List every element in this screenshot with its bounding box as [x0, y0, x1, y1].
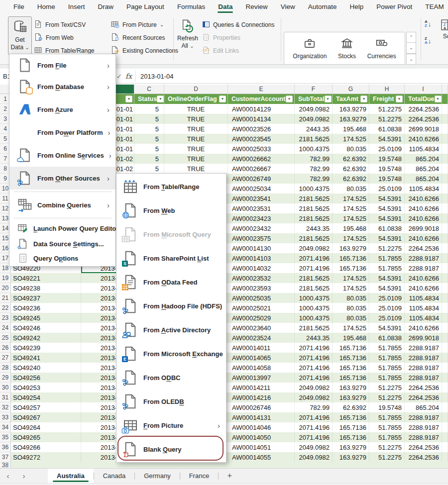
ribbon-tab[interactable]: Insert [62, 0, 92, 13]
cell-totaldue[interactable]: 2264.2536 [405, 392, 442, 402]
from-web-button[interactable]: From Web [34, 32, 74, 44]
cell-subtotal[interactable]: 2049.0982 [295, 452, 333, 462]
submenu-item-from-web[interactable]: From Web [116, 198, 226, 222]
cell-totaldue[interactable]: 2410.6266 [405, 273, 442, 283]
cell-subtotal[interactable]: 2071.4196 [295, 343, 333, 353]
insert-function-icon[interactable]: fx [125, 69, 132, 84]
table-header-onlineorderflag[interactable]: OnlineOrderFlag▼ [164, 94, 228, 104]
submenu-item-from-oledb[interactable]: From OLEDB [116, 389, 226, 413]
cell-online-order-flag[interactable]: TRUE [164, 124, 228, 134]
cell-taxamt[interactable]: 174.525 [333, 233, 369, 243]
cell-customer-account[interactable]: AW00014046 [228, 422, 295, 432]
cell-taxamt[interactable]: 165.7136 [333, 353, 369, 363]
submenu-item-from-microsoft-exchange[interactable]: From Microsoft Exchange [116, 342, 226, 366]
cell-totaldue[interactable]: 2288.9187 [405, 363, 442, 373]
cell-j[interactable] [442, 303, 448, 313]
cell-subtotal[interactable]: 2049.0982 [295, 392, 333, 402]
ribbon-tab[interactable]: Page Layout [120, 0, 171, 13]
cell-status[interactable]: 5 [134, 154, 164, 164]
cell-j[interactable] [442, 412, 448, 422]
cell-subtotal[interactable]: 782.99 [295, 402, 333, 412]
cell-j[interactable] [442, 422, 448, 432]
cell-customer-account[interactable]: AW00023575 [228, 233, 295, 243]
cell-status[interactable]: 5 [134, 104, 164, 114]
cell-subtotal[interactable]: 1000.4375 [295, 144, 333, 154]
cell-totaldue[interactable]: 1105.4834 [405, 184, 442, 194]
cell-j[interactable] [442, 273, 448, 283]
cell-j[interactable] [442, 323, 448, 333]
cell-customer-account[interactable]: AW00025033 [228, 144, 295, 154]
table-header-taxamt[interactable]: TaxAmt▼ [333, 94, 369, 104]
cell-customer-account[interactable]: AW00023524 [228, 333, 295, 343]
cell-order-number[interactable]: SO49265 [11, 432, 81, 442]
cell-j[interactable] [442, 373, 448, 383]
cell-freight[interactable]: 51.7855 [369, 263, 405, 273]
cell-freight[interactable]: 54.5391 [369, 323, 405, 333]
cell-j[interactable] [442, 154, 448, 164]
cell-taxamt[interactable]: 163.9279 [333, 442, 369, 452]
cell-freight[interactable]: 25.0109 [369, 293, 405, 303]
cell-taxamt[interactable]: 174.525 [333, 194, 369, 203]
cell-totaldue[interactable]: 2288.9187 [405, 263, 442, 273]
cell-j[interactable] [442, 343, 448, 353]
cell-taxamt[interactable]: 174.525 [333, 283, 369, 293]
menu-item-from-online-services[interactable]: From Online Services › [9, 144, 115, 167]
row-header[interactable]: 19 [0, 273, 11, 283]
sheet-tab-germany[interactable]: Germany [135, 469, 179, 483]
cell-freight[interactable]: 61.0838 [369, 223, 405, 233]
cell-freight[interactable]: 51.7855 [369, 253, 405, 263]
cell-customer-account[interactable]: AW00023423 [228, 213, 295, 223]
cell-subtotal[interactable]: 2181.5625 [295, 323, 333, 333]
cell-customer-account[interactable]: AW00026662 [228, 154, 295, 164]
table-header-status[interactable]: Status▼ [134, 94, 164, 104]
cell-freight[interactable]: 54.5391 [369, 134, 405, 144]
cell-totaldue[interactable]: 2288.9187 [405, 253, 442, 263]
table-header-freight[interactable]: Freight▼ [369, 94, 405, 104]
menu-item-combine-queries[interactable]: Combine Queries › [9, 194, 115, 216]
ribbon-tab[interactable]: Power Pivot [370, 0, 419, 13]
cell-taxamt[interactable]: 80.035 [333, 144, 369, 154]
cell-customer-account[interactable]: AW00014051 [228, 442, 295, 452]
menu-item-from-power-platform[interactable]: From Power Platform › [9, 121, 115, 144]
filter-button[interactable]: ▼ [435, 96, 442, 102]
cell-customer-account[interactable]: AW00014103 [228, 253, 295, 263]
submenu-item-from-odbc[interactable]: From ODBC [116, 366, 226, 389]
cell-order-number[interactable]: SO49272 [11, 452, 81, 462]
cell-subtotal[interactable]: 782.99 [295, 154, 333, 164]
ribbon-tab[interactable]: File [7, 0, 31, 13]
existing-connections-button[interactable]: Existing Connections [111, 45, 178, 57]
cell-j[interactable] [442, 253, 448, 263]
cell-totaldue[interactable]: 2288.9187 [405, 353, 442, 363]
row-header[interactable]: 30 [0, 383, 11, 392]
gallery-down-icon[interactable]: ⌄ [406, 43, 416, 53]
ribbon-tab[interactable]: Review [239, 0, 274, 13]
cell-subtotal[interactable]: 2071.4196 [295, 412, 333, 422]
cell-totaldue[interactable]: 2288.9187 [405, 373, 442, 383]
submenu-item-from-sharepoint-list[interactable]: From SharePoint List [116, 246, 226, 270]
sort-ascending-button[interactable]: AZ↓ [425, 20, 431, 28]
from-text-csv-button[interactable]: From Text/CSV [34, 19, 86, 31]
cell-totaldue[interactable]: 2264.2536 [405, 104, 442, 114]
cell-taxamt[interactable]: 195.468 [333, 333, 369, 343]
cell-totaldue[interactable]: 2288.9187 [405, 412, 442, 422]
cell-status[interactable]: 5 [134, 114, 164, 124]
cell-taxamt[interactable]: 163.9279 [333, 114, 369, 124]
cell-totaldue[interactable]: 865.204 [405, 154, 442, 164]
cell-taxamt[interactable]: 165.7136 [333, 412, 369, 422]
cell-freight[interactable]: 19.5748 [369, 402, 405, 412]
cell-totaldue[interactable]: 1105.4834 [405, 144, 442, 154]
row-header[interactable]: 28 [0, 363, 11, 373]
cell-j[interactable] [442, 353, 448, 363]
cell-j[interactable] [442, 333, 448, 343]
cell-freight[interactable]: 51.7855 [369, 412, 405, 422]
row-header[interactable]: 35 [0, 432, 11, 442]
cell-order-number[interactable]: SO49267 [11, 412, 81, 422]
sort-button[interactable]: ZAAZ Sor [436, 16, 448, 55]
menu-item-from-file[interactable]: From File › [9, 55, 115, 75]
cell-totaldue[interactable]: 865.204 [405, 174, 442, 184]
cell-j[interactable] [442, 283, 448, 293]
cell-totaldue[interactable]: 2410.6266 [405, 283, 442, 293]
filter-button[interactable]: ▼ [286, 96, 293, 102]
cell-customer-account[interactable]: AW00014032 [228, 263, 295, 273]
submenu-item-from-hadoop-file[interactable]: From Hadoop File (HDFS) [116, 294, 226, 318]
